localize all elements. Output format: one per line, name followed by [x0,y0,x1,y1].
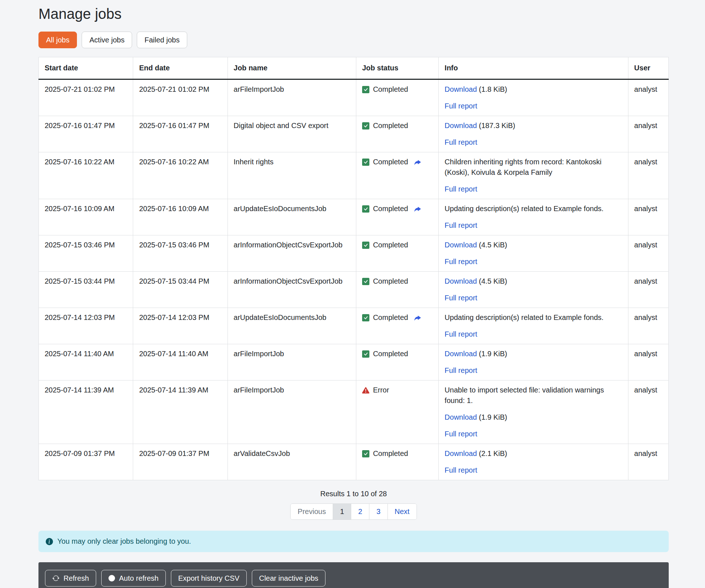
table-row: 2025-07-15 03:44 PM 2025-07-15 03:44 PM … [39,272,669,308]
job-status-cell: Completed [356,444,438,480]
download-link[interactable]: Download [444,85,477,93]
full-report-line: Full report [444,137,622,148]
full-report-line: Full report [444,101,622,111]
download-line: Download (1.9 KiB) [444,412,622,423]
download-link[interactable]: Download [444,413,477,421]
user-cell: analyst [628,308,668,344]
full-report-line: Full report [444,220,622,231]
full-report-link[interactable]: Full report [444,102,477,110]
user-cell: analyst [628,344,668,381]
page-title: Manage jobs [38,6,669,22]
filter-active-jobs-button[interactable]: Active jobs [82,32,132,48]
results-summary: Results 1 to 10 of 28 [38,490,669,498]
user-cell: analyst [628,272,668,308]
full-report-link[interactable]: Full report [444,466,477,474]
table-row: 2025-07-09 01:37 PM 2025-07-09 01:37 PM … [39,444,669,480]
download-link[interactable]: Download [444,122,477,129]
full-report-link[interactable]: Full report [444,185,477,193]
auto-refresh-button[interactable]: Auto refresh [101,570,166,587]
clear-inactive-jobs-button[interactable]: Clear inactive jobs [252,570,325,587]
info-text-line: Unable to import selected file: validati… [444,385,622,406]
download-line: Download (2.1 KiB) [444,448,622,459]
pagination-page-2[interactable]: 2 [351,504,369,519]
download-size: (4.5 KiB) [477,277,507,285]
table-row: 2025-07-14 12:03 PM 2025-07-14 12:03 PM … [39,308,669,344]
full-report-link[interactable]: Full report [444,294,477,302]
job-name-cell: arInformationObjectCsvExportJob [228,235,356,272]
filter-all-jobs-button[interactable]: All jobs [38,32,77,48]
job-status-cell: Error [356,381,438,444]
job-status-label: Completed [373,240,408,250]
full-report-link[interactable]: Full report [444,258,477,266]
header-start-date: Start date [39,57,133,79]
info-alert-text: You may only clear jobs belonging to you… [57,537,191,546]
full-report-line: Full report [444,184,622,194]
full-report-link[interactable]: Full report [444,330,477,338]
pagination: Previous 1 2 3 Next [290,503,417,520]
jobs-table: Start date End date Job name Job status … [38,57,669,480]
start-date-cell: 2025-07-16 10:22 AM [39,152,133,199]
refresh-button-label: Refresh [63,573,89,583]
table-row: 2025-07-16 01:47 PM 2025-07-16 01:47 PM … [39,116,669,152]
download-line: Download (4.5 KiB) [444,240,622,250]
job-name-cell: arUpdateEsIoDocumentsJob [228,308,356,344]
table-row: 2025-07-14 11:39 AM 2025-07-14 11:39 AM … [39,381,669,444]
completed-check-icon [362,86,369,93]
start-date-cell: 2025-07-14 11:39 AM [39,381,133,444]
full-report-link[interactable]: Full report [444,221,477,229]
table-row: 2025-07-14 11:40 AM 2025-07-14 11:40 AM … [39,344,669,381]
user-cell: analyst [628,235,668,272]
completed-check-icon [362,122,369,129]
export-history-csv-button[interactable]: Export history CSV [171,570,247,587]
job-name-cell: arFileImportJob [228,79,356,116]
job-filter-tabs: All jobs Active jobs Failed jobs [38,32,669,48]
start-date-cell: 2025-07-15 03:44 PM [39,272,133,308]
header-job-status: Job status [356,57,438,79]
full-report-link[interactable]: Full report [444,430,477,438]
download-size: (187.3 KiB) [477,122,515,129]
end-date-cell: 2025-07-15 03:44 PM [133,272,228,308]
end-date-cell: 2025-07-14 12:03 PM [133,308,228,344]
end-date-cell: 2025-07-14 11:40 AM [133,344,228,381]
end-date-cell: 2025-07-09 01:37 PM [133,444,228,480]
full-report-link[interactable]: Full report [444,366,477,374]
job-status-cell: Completed [356,199,438,235]
header-job-name: Job name [228,57,356,79]
job-info-cell: Download (4.5 KiB) Full report [439,235,628,272]
job-name-cell: Inherit rights [228,152,356,199]
job-status-cell: Completed [356,152,438,199]
info-circle-icon [46,538,53,545]
refresh-button[interactable]: Refresh [45,570,96,587]
job-status-cell: Completed [356,344,438,381]
pagination-page-3[interactable]: 3 [369,504,387,519]
start-date-cell: 2025-07-16 10:09 AM [39,199,133,235]
clear-inactive-jobs-label: Clear inactive jobs [259,573,318,583]
download-link[interactable]: Download [444,241,477,249]
download-link[interactable]: Download [444,350,477,358]
download-link[interactable]: Download [444,449,477,457]
job-status-label: Completed [373,276,408,287]
completed-check-icon [362,278,369,285]
completed-check-icon [362,205,369,213]
pagination-previous[interactable]: Previous [291,504,333,519]
error-warning-icon [362,387,369,394]
share-arrow-icon [413,314,421,322]
filter-failed-jobs-button[interactable]: Failed jobs [137,32,187,48]
pagination-next[interactable]: Next [388,504,417,519]
start-date-cell: 2025-07-14 11:40 AM [39,344,133,381]
full-report-link[interactable]: Full report [444,138,477,146]
completed-check-icon [362,314,369,321]
user-cell: analyst [628,381,668,444]
pagination-page-1[interactable]: 1 [333,504,351,519]
user-cell: analyst [628,444,668,480]
start-date-cell: 2025-07-15 03:46 PM [39,235,133,272]
download-line: Download (1.8 KiB) [444,84,622,95]
full-report-line: Full report [444,256,622,267]
job-name-cell: arFileImportJob [228,381,356,444]
download-link[interactable]: Download [444,277,477,285]
info-text-line: Children inheriting rights from record: … [444,157,622,178]
completed-check-icon [362,450,369,457]
job-info-cell: Download (1.9 KiB) Full report [439,344,628,381]
share-arrow-icon [413,158,421,166]
info-text: Unable to import selected file: validati… [444,386,604,404]
